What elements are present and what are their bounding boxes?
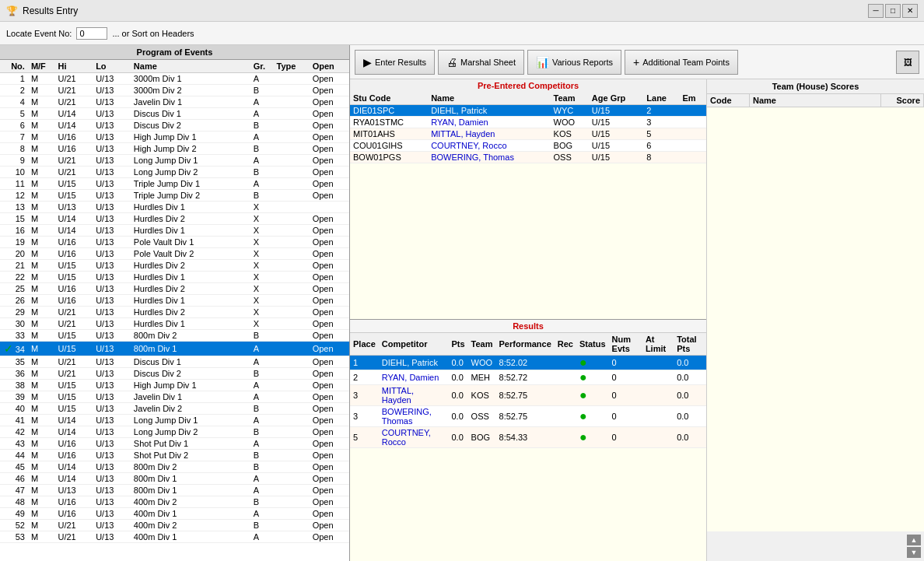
list-item[interactable]: COU01GIHS COURTNEY, Rocco BOG U/15 6 [350, 140, 706, 152]
result-status: ● [576, 370, 609, 385]
table-row[interactable]: 25 M U/16 U/13 Hurdles Div 2 X Open [0, 283, 349, 295]
team-col-code[interactable]: Code [707, 94, 750, 107]
nav-up-arrow[interactable]: ▲ [907, 535, 921, 545]
table-row[interactable]: 4 M U/21 U/13 Javelin Div 1 A Open [0, 96, 349, 108]
table-row[interactable]: 45 M U/14 U/13 800m Div 2 B Open [0, 461, 349, 473]
comp-col-team[interactable]: Team [551, 92, 589, 105]
table-row[interactable]: 44 M U/16 U/13 Shot Put Div 2 B Open [0, 450, 349, 461]
table-row[interactable]: 8 M U/16 U/13 High Jump Div 2 B Open [0, 143, 349, 155]
list-item[interactable]: BOW01PGS BOWERING, Thomas OSS U/15 8 [350, 152, 706, 163]
various-reports-button[interactable]: 📊 Various Reports [527, 50, 621, 75]
marshal-sheet-button[interactable]: 🖨 Marshal Sheet [438, 50, 524, 75]
table-row[interactable]: 46 M U/14 U/13 800m Div 1 A Open [0, 473, 349, 485]
nav-down-arrow[interactable]: ▼ [907, 547, 921, 558]
col-header-mf[interactable]: M/F [28, 60, 55, 73]
table-row[interactable]: 19 M U/16 U/13 Pole Vault Div 1 X Open [0, 237, 349, 248]
event-gr: B [250, 403, 274, 415]
res-col-pts[interactable]: Pts [448, 333, 467, 356]
list-item[interactable]: 3 BOWERING, Thomas 0.0 OSS 8:52.75 ● 0 0… [350, 406, 706, 427]
table-row[interactable]: 2 M U/21 U/13 3000m Div 2 B Open [0, 85, 349, 96]
res-col-status[interactable]: Status [576, 333, 609, 356]
enter-results-button[interactable]: ▶ Enter Results [355, 50, 435, 75]
list-item[interactable]: 1 DIEHL, Patrick 0.0 WOO 8:52.02 ● 0 0.0 [350, 356, 706, 370]
res-col-totalpts[interactable]: Total Pts [674, 333, 706, 356]
res-col-numevts[interactable]: Num Evts [609, 333, 642, 356]
list-item[interactable]: MIT01AHS MITTAL, Hayden KOS U/15 5 [350, 128, 706, 140]
comp-col-name[interactable]: Name [428, 92, 550, 105]
table-row[interactable]: 10 M U/21 U/13 Long Jump Div 2 B Open [0, 167, 349, 178]
list-item[interactable]: RYA01STMC RYAN, Damien WOO U/15 3 [350, 117, 706, 128]
event-type [274, 131, 310, 143]
event-type [274, 143, 310, 155]
table-row[interactable]: 43 M U/16 U/13 Shot Put Div 1 A Open [0, 438, 349, 450]
event-no: 13 [0, 202, 28, 213]
table-row[interactable]: 13 M U/13 U/13 Hurdles Div 1 X [0, 202, 349, 213]
table-row[interactable]: 1 M U/21 U/13 3000m Div 1 A Open [0, 73, 349, 85]
table-row[interactable]: 48 M U/16 U/13 400m Div 2 B Open [0, 496, 349, 508]
res-col-performance[interactable]: Performance [496, 333, 555, 356]
table-row[interactable]: 39 M U/15 U/13 Javelin Div 1 A Open [0, 391, 349, 403]
table-row[interactable]: ✓ 34 M U/15 U/13 800m Div 1 A Open [0, 342, 349, 356]
table-row[interactable]: 38 M U/15 U/13 High Jump Div 1 A Open [0, 380, 349, 391]
comp-col-stucode[interactable]: Stu Code [350, 92, 428, 105]
table-row[interactable]: 11 M U/15 U/13 Triple Jump Div 1 A Open [0, 178, 349, 190]
col-header-hi[interactable]: Hi [54, 60, 93, 73]
event-no-input[interactable] [76, 27, 107, 40]
extra-icon-button[interactable]: 🖼 [896, 51, 919, 74]
col-header-open[interactable]: Open [310, 60, 349, 73]
res-col-place[interactable]: Place [350, 333, 379, 356]
event-gr: B [250, 85, 274, 96]
res-col-competitor[interactable]: Competitor [379, 333, 449, 356]
table-row[interactable]: 42 M U/14 U/13 Long Jump Div 2 B Open [0, 426, 349, 438]
table-row[interactable]: 47 M U/13 U/13 800m Div 1 A Open [0, 485, 349, 496]
table-row[interactable]: 5 M U/14 U/13 Discus Div 1 A Open [0, 108, 349, 120]
additional-team-points-button[interactable]: + Additional Team Points [625, 50, 738, 75]
event-lo: U/13 [93, 178, 131, 190]
table-row[interactable]: 40 M U/15 U/13 Javelin Div 2 B Open [0, 403, 349, 415]
close-button[interactable]: ✕ [902, 4, 918, 18]
col-header-type[interactable]: Type [274, 60, 310, 73]
table-row[interactable]: 41 M U/14 U/13 Long Jump Div 1 A Open [0, 415, 349, 426]
table-row[interactable]: 49 M U/16 U/13 400m Div 1 A Open [0, 508, 349, 520]
comp-col-em[interactable]: Em [680, 92, 706, 105]
col-header-no[interactable]: No. [0, 60, 28, 73]
event-open: Open [310, 531, 349, 543]
comp-col-agegrp[interactable]: Age Grp [589, 92, 644, 105]
table-row[interactable]: 35 M U/21 U/13 Discus Div 1 A Open [0, 356, 349, 368]
comp-name: BOWERING, Thomas [428, 152, 550, 163]
table-row[interactable]: 33 M U/15 U/13 800m Div 2 B Open [0, 330, 349, 342]
col-header-name[interactable]: Name [131, 60, 250, 73]
table-row[interactable]: 36 M U/21 U/13 Discus Div 2 B Open [0, 368, 349, 380]
table-row[interactable]: 26 M U/16 U/13 Hurdles Div 1 X Open [0, 295, 349, 307]
res-col-rec[interactable]: Rec [555, 333, 576, 356]
table-row[interactable]: 29 M U/21 U/13 Hurdles Div 2 X Open [0, 307, 349, 318]
table-row[interactable]: 20 M U/16 U/13 Pole Vault Div 2 X Open [0, 248, 349, 260]
event-no: 53 [0, 531, 28, 543]
team-col-name[interactable]: Name [750, 94, 881, 107]
res-col-atlimit[interactable]: At Limit [642, 333, 674, 356]
events-table-container[interactable]: No. M/F Hi Lo Name Gr. Type Open 1 M U/2… [0, 60, 349, 561]
list-item[interactable]: 3 MITTAL, Hayden 0.0 KOS 8:52.75 ● 0 0.0 [350, 385, 706, 406]
maximize-button[interactable]: □ [885, 4, 901, 18]
col-header-gr[interactable]: Gr. [250, 60, 274, 73]
table-row[interactable]: 30 M U/21 U/13 Hurdles Div 1 X Open [0, 318, 349, 330]
list-item[interactable]: DIE01SPC DIEHL, Patrick WYC U/15 2 [350, 105, 706, 117]
table-row[interactable]: 22 M U/15 U/13 Hurdles Div 1 X Open [0, 272, 349, 283]
comp-col-lane[interactable]: Lane [643, 92, 679, 105]
team-col-score[interactable]: Score [881, 94, 924, 107]
table-row[interactable]: 6 M U/14 U/13 Discus Div 2 B Open [0, 120, 349, 131]
table-row[interactable]: 53 M U/21 U/13 400m Div 1 A Open [0, 531, 349, 543]
table-row[interactable]: 16 M U/14 U/13 Hurdles Div 1 X Open [0, 225, 349, 237]
col-header-lo[interactable]: Lo [93, 60, 131, 73]
table-row[interactable]: 21 M U/15 U/13 Hurdles Div 2 X Open [0, 260, 349, 272]
table-row[interactable]: 9 M U/21 U/13 Long Jump Div 1 A Open [0, 155, 349, 167]
table-row[interactable]: 7 M U/16 U/13 High Jump Div 1 A Open [0, 131, 349, 143]
minimize-button[interactable]: ─ [868, 4, 884, 18]
table-row[interactable]: 12 M U/15 U/13 Triple Jump Div 2 B Open [0, 190, 349, 202]
res-col-team[interactable]: Team [468, 333, 496, 356]
list-item[interactable]: 5 COURTNEY, Rocco 0.0 BOG 8:54.33 ● 0 0.… [350, 427, 706, 448]
table-row[interactable]: 15 M U/14 U/13 Hurdles Div 2 X Open [0, 213, 349, 225]
list-item[interactable]: 2 RYAN, Damien 0.0 MEH 8:52.72 ● 0 0.0 [350, 370, 706, 385]
event-open: Open [310, 485, 349, 496]
table-row[interactable]: 52 M U/21 U/13 400m Div 2 B Open [0, 520, 349, 531]
